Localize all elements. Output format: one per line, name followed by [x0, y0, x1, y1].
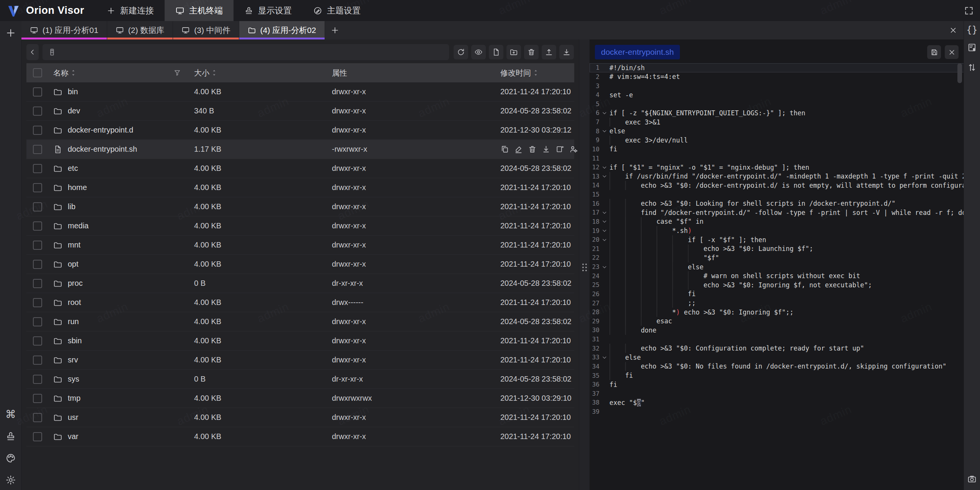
- column-header-3[interactable]: 修改时间: [496, 68, 574, 78]
- table-row-sbin[interactable]: sbin4.00 KBdrwxr-xr-x2021-11-24 17:20:10: [26, 331, 574, 351]
- row-checkbox[interactable]: [33, 164, 42, 173]
- fold-chevron-icon[interactable]: [599, 218, 609, 225]
- row-checkbox[interactable]: [33, 356, 42, 365]
- sort-icon[interactable]: [71, 69, 76, 77]
- drag-handle-icon[interactable]: [582, 264, 587, 271]
- fold-chevron-icon[interactable]: [599, 128, 609, 134]
- table-row-home[interactable]: home4.00 KBdrwxr-xr-x2021-11-24 17:20:10: [26, 178, 574, 197]
- rename-icon[interactable]: [555, 145, 564, 154]
- refresh-button[interactable]: [454, 45, 468, 59]
- row-checkbox[interactable]: [33, 126, 42, 135]
- table-row-mnt[interactable]: mnt4.00 KBdrwxr-xr-x2021-11-24 17:20:10: [26, 236, 574, 255]
- doc-bookmark-icon[interactable]: [967, 43, 977, 52]
- table-row-docker-entrypoint.sh[interactable]: docker-entrypoint.sh1.17 KB-rwxrwxr-x: [26, 140, 574, 159]
- table-row-srv[interactable]: srv4.00 KBdrwxr-xr-x2021-11-24 17:20:10: [26, 351, 574, 370]
- nav-item-3[interactable]: 主题设置: [302, 0, 371, 21]
- code-area[interactable]: 1#!/bin/sh2# vim:sw=4:ts=4:et34set -e56i…: [590, 63, 964, 490]
- table-row-var[interactable]: var4.00 KBdrwxr-xr-x2021-11-24 17:20:10: [26, 427, 574, 446]
- row-checkbox[interactable]: [33, 432, 42, 441]
- close-tabs-button[interactable]: [942, 21, 964, 39]
- fold-chevron-icon[interactable]: [599, 354, 609, 361]
- back-button[interactable]: [26, 44, 39, 60]
- row-checkbox[interactable]: [33, 279, 42, 288]
- new-file-button[interactable]: [489, 45, 503, 59]
- table-row-opt[interactable]: opt4.00 KBdrwxr-xr-x2021-11-24 17:20:10: [26, 255, 574, 274]
- download-button[interactable]: [559, 45, 574, 59]
- row-checkbox[interactable]: [33, 87, 42, 97]
- row-checkbox[interactable]: [33, 375, 42, 384]
- row-checkbox[interactable]: [33, 317, 42, 326]
- table-row-media[interactable]: media4.00 KBdrwxr-xr-x2021-11-24 17:20:1…: [26, 216, 574, 236]
- download-icon[interactable]: [542, 145, 550, 154]
- row-checkbox[interactable]: [33, 241, 42, 250]
- code-braces-icon[interactable]: {}: [967, 25, 977, 35]
- tab-3[interactable]: (3) 中间件: [173, 21, 239, 39]
- row-checkbox[interactable]: [33, 336, 42, 346]
- table-row-etc[interactable]: etc4.00 KBdrwxr-xr-x2024-05-28 23:58:02: [26, 159, 574, 178]
- new-tab-button[interactable]: [325, 21, 345, 39]
- permission-icon[interactable]: [569, 145, 578, 154]
- sort-lines-icon[interactable]: [967, 62, 977, 72]
- edit-icon[interactable]: [514, 145, 523, 154]
- table-row-lib[interactable]: lib4.00 KBdrwxr-xr-x2021-11-24 17:20:10: [26, 197, 574, 216]
- new-connection-icon[interactable]: [5, 27, 16, 39]
- table-row-bin[interactable]: bin4.00 KBdrwxr-xr-x2021-11-24 17:20:10: [26, 82, 574, 102]
- table-row-sys[interactable]: sys0 Bdr-xr-xr-x2024-05-28 23:58:02: [26, 370, 574, 389]
- sort-icon[interactable]: [533, 69, 538, 77]
- table-row-dev[interactable]: dev340 Bdrwxr-xr-x2024-05-28 23:58:02: [26, 102, 574, 121]
- row-checkbox[interactable]: [33, 413, 42, 422]
- row-checkbox[interactable]: [33, 260, 42, 269]
- screenshot-camera-icon[interactable]: [967, 474, 977, 484]
- table-row-proc[interactable]: proc0 Bdr-xr-xr-x2024-05-28 23:58:02: [26, 274, 574, 293]
- close-editor-button[interactable]: [945, 45, 959, 59]
- command-icon[interactable]: ⌘: [5, 409, 16, 420]
- tab-1[interactable]: (1) 应用-分析01: [21, 21, 107, 39]
- delete-button[interactable]: [524, 45, 539, 59]
- fold-chevron-icon[interactable]: [599, 264, 609, 270]
- table-row-run[interactable]: run4.00 KBdrwxr-xr-x2024-05-28 23:58:02: [26, 312, 574, 331]
- copy-icon[interactable]: [500, 145, 509, 154]
- open-file-tag[interactable]: docker-entrypoint.sh: [595, 45, 680, 59]
- fold-chevron-icon[interactable]: [599, 164, 609, 170]
- save-button[interactable]: [927, 45, 941, 59]
- tab-4[interactable]: (4) 应用-分析02: [239, 21, 325, 39]
- new-folder-button[interactable]: [506, 45, 521, 59]
- nav-item-2[interactable]: 显示设置: [234, 0, 302, 21]
- app-logo[interactable]: Orion Visor: [0, 0, 96, 21]
- column-header-2[interactable]: 属性: [327, 68, 496, 78]
- fold-chevron-icon[interactable]: [599, 210, 609, 216]
- row-checkbox[interactable]: [33, 221, 42, 231]
- row-checkbox[interactable]: [33, 394, 42, 403]
- row-checkbox[interactable]: [33, 107, 42, 116]
- row-checkbox[interactable]: [33, 202, 42, 211]
- fold-chevron-icon[interactable]: [599, 228, 609, 234]
- nav-item-1[interactable]: 主机终端: [165, 0, 234, 21]
- column-header-0[interactable]: 名称: [49, 68, 189, 78]
- table-row-root[interactable]: root4.00 KBdrwx------2021-11-24 17:20:10: [26, 293, 574, 312]
- fold-chevron-icon[interactable]: [599, 110, 609, 116]
- table-row-usr[interactable]: usr4.00 KBdrwxr-xr-x2021-11-24 17:20:10: [26, 408, 574, 427]
- table-row-docker-entrypoint.d[interactable]: docker-entrypoint.d4.00 KBdrwxr-xr-x2021…: [26, 121, 574, 140]
- row-checkbox[interactable]: [33, 145, 42, 154]
- select-all-checkbox[interactable]: [33, 68, 42, 77]
- filter-icon[interactable]: [173, 69, 181, 77]
- fold-chevron-icon[interactable]: [599, 173, 609, 179]
- editor-scrollbar[interactable]: [957, 63, 962, 83]
- upload-button[interactable]: [542, 45, 556, 59]
- display-settings-icon[interactable]: [5, 431, 16, 442]
- column-header-1[interactable]: 大小: [189, 68, 327, 78]
- path-breadcrumb[interactable]: [42, 44, 449, 60]
- panel-divider[interactable]: [579, 39, 590, 490]
- row-checkbox[interactable]: [33, 298, 42, 307]
- preview-button[interactable]: [471, 45, 486, 59]
- sort-icon[interactable]: [212, 69, 217, 77]
- settings-icon[interactable]: [5, 475, 16, 485]
- theme-settings-icon[interactable]: [5, 453, 16, 464]
- fullscreen-button[interactable]: [958, 0, 980, 21]
- row-checkbox[interactable]: [33, 183, 42, 192]
- delete-icon[interactable]: [528, 145, 537, 154]
- table-row-tmp[interactable]: tmp4.00 KBdrwxrwxrwx2021-12-30 03:29:10: [26, 389, 574, 408]
- nav-item-0[interactable]: 新建连接: [96, 0, 165, 21]
- tab-2[interactable]: (2) 数据库: [107, 21, 173, 39]
- fold-chevron-icon[interactable]: [599, 237, 609, 243]
